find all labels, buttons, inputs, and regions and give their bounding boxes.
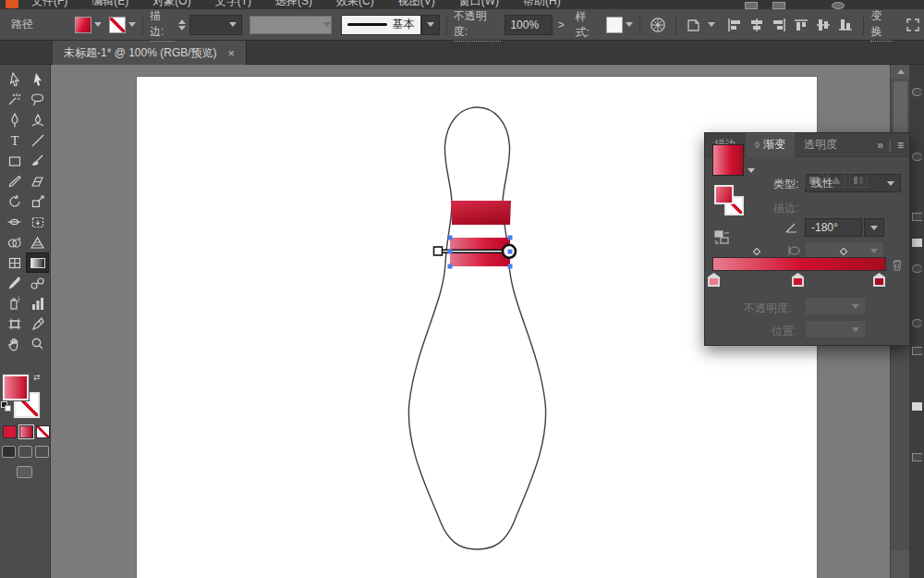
fill-dropdown-icon[interactable] [94,22,102,27]
dock-color-icon[interactable] [912,88,922,96]
menu-window[interactable]: 窗口(W) [459,0,499,9]
document-setup-icon[interactable] [683,14,705,36]
menu-edit[interactable]: 编辑(E) [91,0,128,9]
document-tab[interactable]: 未标题-1* @ 100% (RGB/预览) × [53,41,247,65]
fill-swatch[interactable] [3,375,29,400]
search-icon[interactable] [832,2,845,9]
transform-link[interactable]: 变换 [870,8,893,42]
brush-dropdown-button[interactable] [421,15,440,35]
menu-file[interactable]: 文件(F) [31,0,67,9]
align-bottom-icon[interactable] [834,14,857,36]
selection-tool[interactable] [27,70,48,89]
recolor-artwork-icon[interactable] [647,14,669,36]
column-graph-tool[interactable] [27,294,48,313]
dock-transparency-icon[interactable] [912,347,922,355]
opacity-label[interactable]: 不透明度: [454,8,501,42]
stroke-color-swatch[interactable] [109,17,126,33]
tab-close-icon[interactable]: × [228,46,236,60]
tab-gradient[interactable]: ◊ 渐变 [746,133,795,157]
align-vcenter-icon[interactable] [812,14,834,36]
rotate-tool[interactable] [4,192,25,211]
dock-stroke-icon[interactable] [912,319,922,327]
dock-swatches-icon[interactable] [912,153,922,161]
menu-type[interactable]: 文字(T) [215,0,251,9]
gradient-preset-dropdown-icon[interactable] [748,168,755,173]
hand-tool[interactable] [4,335,25,353]
panel-fill-proxy[interactable] [714,185,734,204]
dock-gradient-icon[interactable] [912,239,922,247]
expand-panel-icon[interactable] [902,14,924,36]
opacity-input[interactable]: 100% [505,15,552,35]
free-transform-tool[interactable] [27,213,48,231]
menu-effect[interactable]: 效果(C) [336,0,374,9]
scrollbar-thumb[interactable] [894,81,907,135]
gradient-tool[interactable] [27,253,48,272]
gradient-preview-swatch[interactable] [712,144,744,176]
none-mode-button[interactable] [36,425,50,438]
line-segment-tool[interactable] [27,131,48,150]
mesh-tool[interactable] [4,253,25,272]
eyedropper-tool[interactable] [4,274,25,292]
paintbrush-tool[interactable] [27,152,48,170]
reverse-gradient-icon[interactable] [713,229,732,249]
width-profile-select[interactable] [249,16,332,34]
draw-behind-mode-button[interactable] [18,446,32,458]
screen-mode-button[interactable] [17,466,32,478]
artboard-tool[interactable] [4,314,25,333]
document-setup-dropdown-icon[interactable] [708,22,715,27]
type-tool[interactable]: T [4,131,25,150]
gradient-angle-dropdown[interactable] [864,218,884,237]
fill-color-swatch[interactable] [75,17,91,33]
dock-brushes-icon[interactable] [912,213,922,221]
curvature-tool[interactable] [27,111,48,129]
align-top-icon[interactable] [790,14,812,36]
blend-tool[interactable] [27,274,48,292]
color-mode-button[interactable] [3,425,17,438]
dock-layers-icon[interactable] [912,453,922,461]
swap-fill-stroke-icon[interactable]: ⇄ [33,373,41,382]
gradient-stop-3[interactable] [873,273,885,287]
tab-transparency[interactable]: 透明度 [795,133,846,157]
default-fill-stroke-icon[interactable] [1,401,11,412]
zoom-tool[interactable] [27,335,48,353]
gradient-angle-input[interactable]: -180° [805,218,862,237]
slice-tool[interactable] [27,314,48,333]
panel-menu-icon[interactable]: ≡ [897,139,904,152]
gradient-midpoint-1[interactable] [753,248,760,255]
stroke-dropdown-icon[interactable] [128,22,136,27]
lasso-tool[interactable] [27,91,48,109]
menu-view[interactable]: 视图(V) [398,0,435,9]
menu-object[interactable]: 对象(O) [152,0,190,9]
shaper-tool[interactable] [4,172,25,191]
width-tool[interactable] [4,213,25,231]
eraser-tool[interactable] [27,172,48,191]
rectangle-tool[interactable] [4,152,25,170]
pen-tool[interactable] [4,111,25,129]
style-swatch[interactable] [606,17,623,33]
symbol-sprayer-tool[interactable] [4,294,25,313]
style-dropdown-icon[interactable] [626,22,633,27]
magic-wand-tool[interactable] [4,91,25,109]
align-left-icon[interactable] [723,14,746,36]
opacity-more-button[interactable]: > [558,18,565,31]
scale-tool[interactable] [27,192,48,211]
stroke-weight-stepper[interactable] [178,19,186,31]
stroke-weight-input[interactable] [189,15,242,35]
menu-select[interactable]: 选择(S) [275,0,312,9]
panel-overflow-icon[interactable]: » [877,139,883,152]
arrange-docs-icon[interactable] [772,2,785,9]
align-hcenter-icon[interactable] [746,14,768,36]
dock-symbols-icon[interactable] [912,264,922,273]
shape-builder-tool[interactable] [4,233,25,252]
gradient-stop-2[interactable] [792,273,804,287]
menu-help[interactable]: 帮助(H) [523,0,561,9]
dock-appearance-icon[interactable] [912,402,922,411]
direct-selection-tool[interactable] [4,70,25,89]
gradient-stop-1[interactable] [708,273,720,287]
gradient-slider-bar[interactable] [712,257,886,271]
stroke-weight-label[interactable]: 描边: [150,8,175,42]
draw-normal-mode-button[interactable] [2,446,16,458]
gradient-mode-button[interactable] [19,425,33,438]
perspective-grid-tool[interactable] [27,233,48,252]
brush-definition-select[interactable]: 基本 [341,15,421,35]
